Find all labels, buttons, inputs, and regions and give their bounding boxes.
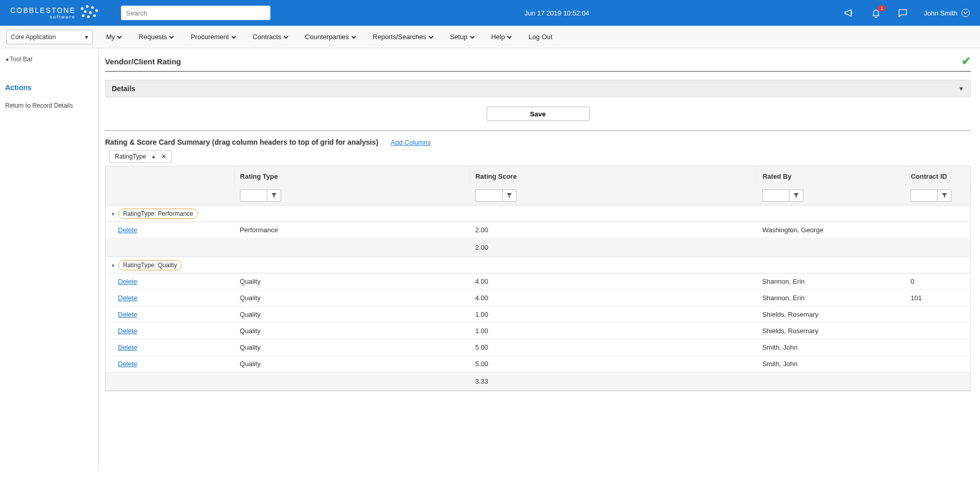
toolbar-collapse[interactable]: ◂ Tool Bar [5, 56, 93, 63]
sidebar: ◂ Tool Bar Actions Return to Record Deta… [0, 48, 99, 471]
cell-cid [905, 306, 970, 323]
app-selector[interactable]: Core Application ▾ [6, 30, 93, 44]
cell-ratedby: Smith, John [757, 339, 905, 356]
cell-type: Performance [235, 222, 470, 238]
logo[interactable]: COBBLESTONE software [10, 5, 100, 21]
nav-counterparties[interactable]: Counterparties [302, 33, 359, 41]
user-menu[interactable]: John Smith [924, 9, 970, 17]
delete-button[interactable]: Delete [118, 311, 137, 318]
cell-ratedby: Shannon, Erin [757, 273, 905, 290]
table-row: DeleteQuality5.00Smith, John [106, 339, 970, 356]
cell-score: 5.00 [470, 339, 757, 356]
filter-score-input[interactable] [475, 190, 502, 202]
table-row: DeleteQuality4.00Shannon, Erin101 [106, 290, 970, 306]
logo-dots-icon [80, 5, 100, 21]
cell-type: Quality [235, 323, 470, 339]
cell-type: Quality [235, 339, 470, 356]
cell-type: Quality [235, 356, 470, 372]
nav-my[interactable]: My [103, 33, 125, 41]
aggregate-row: 3.33 [106, 372, 970, 391]
return-to-record-button[interactable]: Return to Record Details [5, 102, 93, 109]
filter-type-input[interactable] [240, 190, 267, 202]
col-header-type[interactable]: Rating Type [235, 166, 470, 186]
filter-cid-input[interactable] [910, 190, 937, 202]
cell-ratedby: Shields, Rosemary [757, 323, 905, 339]
actions-header: Actions [5, 83, 93, 92]
col-header-ratedby[interactable]: Rated By [757, 166, 905, 186]
cell-score: 4.00 [470, 290, 757, 306]
chevron-down-icon[interactable]: ▼ [958, 85, 964, 92]
page-title: Vendor/Client Rating [105, 57, 181, 66]
rating-grid: Rating Type Rating Score Rated By Contra… [105, 166, 971, 391]
group-label: RatingType: Quality [118, 260, 182, 270]
nav-setup[interactable]: Setup [447, 33, 478, 41]
brand-sub: software [10, 14, 76, 20]
brand-name: COBBLESTONE [10, 6, 76, 14]
bell-icon[interactable]: 1 [870, 7, 882, 19]
cell-score: 5.00 [470, 356, 757, 372]
cell-score: 4.00 [470, 273, 757, 290]
filter-score-button[interactable] [502, 190, 517, 202]
caret-down-icon: ▾ [85, 33, 88, 41]
user-name: John Smith [924, 9, 957, 17]
header-datetime: Jun 17 2019 10:52:04 [270, 9, 844, 17]
cell-score: 1.00 [470, 306, 757, 323]
collapse-icon[interactable]: ▼ [111, 263, 115, 268]
collapse-icon[interactable]: ▼ [111, 212, 115, 217]
nav-reports[interactable]: Reports/Searches [370, 33, 437, 41]
main-nav: Core Application ▾ My Requests Procureme… [0, 26, 980, 48]
remove-group-icon[interactable]: ✕ [161, 153, 166, 160]
group-label: RatingType: Performance [118, 209, 198, 219]
cell-cid [905, 323, 970, 339]
table-row: DeleteQuality1.00Shields, Rosemary [106, 323, 970, 339]
search-input[interactable] [121, 6, 270, 20]
nav-help[interactable]: Help [488, 33, 515, 41]
nav-procurement[interactable]: Procurement [187, 33, 239, 41]
delete-button[interactable]: Delete [118, 226, 137, 234]
table-row: DeleteQuality5.00Smith, John [106, 356, 970, 372]
cell-score: 1.00 [470, 323, 757, 339]
cell-cid [905, 339, 970, 356]
filter-ratedby-button[interactable] [789, 190, 803, 202]
filter-cid-button[interactable] [937, 190, 952, 202]
group-row[interactable]: ▼RatingType: Quality [106, 257, 970, 273]
col-header-score[interactable]: Rating Score [470, 166, 757, 186]
nav-contracts[interactable]: Contracts [250, 33, 292, 41]
cell-cid: 0 [905, 273, 970, 290]
add-columns-button[interactable]: Add Columns [391, 139, 431, 146]
cell-ratedby: Shannon, Erin [757, 290, 905, 306]
group-chip-ratingtype[interactable]: RatingType ▲ ✕ [109, 150, 172, 163]
cell-type: Quality [235, 306, 470, 323]
cell-ratedby: Smith, John [757, 356, 905, 372]
aggregate-score: 3.33 [470, 372, 757, 391]
table-row: DeleteQuality1.00Shields, Rosemary [106, 306, 970, 323]
aggregate-score: 2.00 [470, 238, 757, 257]
cell-cid: 101 [905, 290, 970, 306]
delete-button[interactable]: Delete [118, 278, 137, 285]
filter-type-button[interactable] [267, 190, 281, 202]
cell-score: 2.00 [470, 222, 757, 238]
main-content: Vendor/Client Rating ✔ Details ▼ Save Ra… [99, 48, 980, 471]
megaphone-icon[interactable] [844, 7, 855, 19]
filter-ratedby-input[interactable] [762, 190, 789, 202]
sort-asc-icon[interactable]: ▲ [151, 154, 156, 159]
aggregate-row: 2.00 [106, 238, 970, 257]
cell-cid [905, 222, 970, 238]
cell-type: Quality [235, 273, 470, 290]
save-button[interactable]: Save [487, 107, 590, 121]
delete-button[interactable]: Delete [118, 294, 137, 302]
delete-button[interactable]: Delete [118, 327, 137, 335]
cell-cid [905, 356, 970, 372]
nav-requests[interactable]: Requests [135, 33, 177, 41]
col-header-action[interactable] [106, 166, 235, 186]
table-row: DeletePerformance2.00Washington, George [106, 222, 970, 238]
notification-badge: 1 [878, 5, 886, 11]
delete-button[interactable]: Delete [118, 360, 137, 368]
chevron-down-icon [961, 9, 970, 17]
nav-logout[interactable]: Log Out [525, 33, 555, 41]
group-row[interactable]: ▼RatingType: Performance [106, 205, 970, 222]
delete-button[interactable]: Delete [118, 343, 137, 351]
chat-icon[interactable] [897, 7, 908, 19]
col-header-cid[interactable]: Contract ID [905, 166, 970, 186]
details-panel-header[interactable]: Details ▼ [105, 80, 971, 97]
